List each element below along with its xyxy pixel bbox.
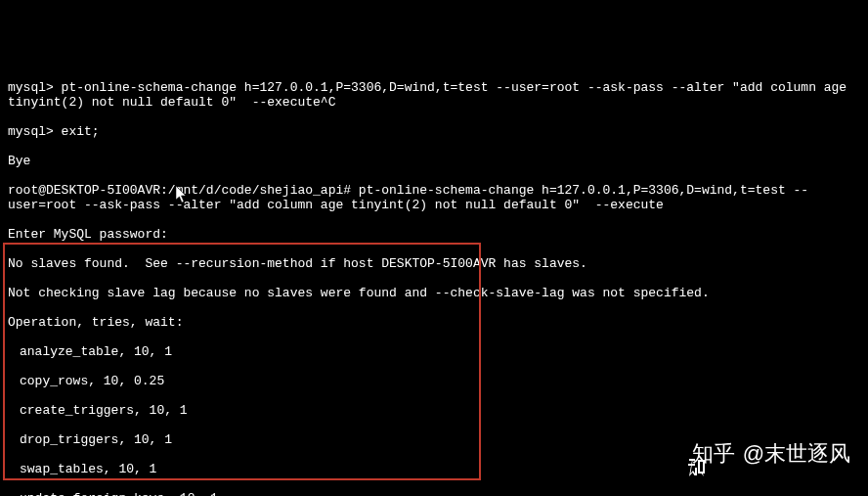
terminal-line: Not checking slave lag because no slaves… xyxy=(8,286,860,300)
terminal-line: No slaves found. See --recursion-method … xyxy=(8,256,860,271)
terminal-line: Bye xyxy=(8,154,860,168)
terminal-line: mysql> pt-online-schema-change h=127.0.0… xyxy=(8,80,860,110)
terminal-line: root@DESKTOP-5I00AVR:/mnt/d/code/shejiao… xyxy=(8,183,860,212)
terminal-line: update_foreign_keys, 10, 1 xyxy=(8,491,860,496)
terminal-line: Operation, tries, wait: xyxy=(8,315,860,330)
terminal-line: swap_tables, 10, 1 xyxy=(8,462,860,476)
terminal-line: create_triggers, 10, 1 xyxy=(8,403,860,418)
terminal-line: drop_triggers, 10, 1 xyxy=(8,432,860,447)
terminal-line: analyze_table, 10, 1 xyxy=(8,344,860,359)
terminal-line: mysql> exit; xyxy=(8,124,860,139)
terminal-output[interactable]: mysql> pt-online-schema-change h=127.0.0… xyxy=(0,59,868,496)
terminal-line: copy_rows, 10, 0.25 xyxy=(8,374,860,388)
terminal-line: Enter MySQL password: xyxy=(8,227,860,242)
